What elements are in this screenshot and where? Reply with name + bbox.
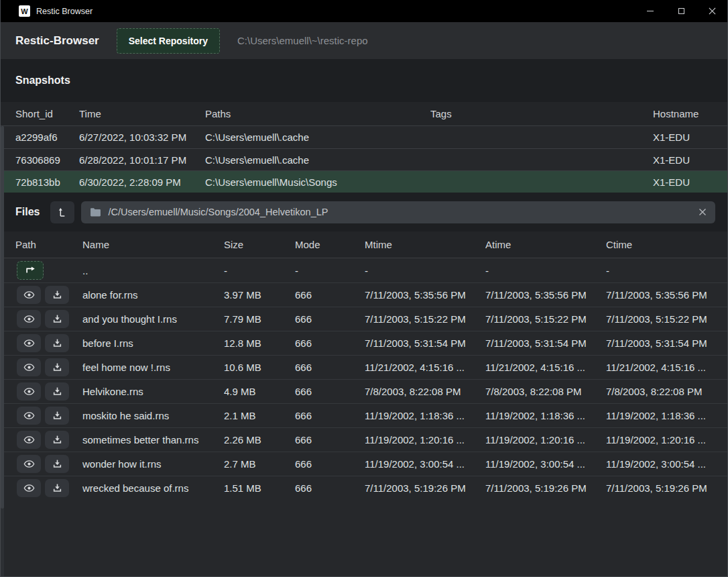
file-atime: 11/19/2002, 1:20:16 ... — [485, 434, 606, 445]
preview-file-button[interactable] — [17, 382, 41, 401]
files-table-header: Path Name Size Mode Mtime Atime Ctime — [1, 231, 727, 258]
column-path: Path — [15, 239, 82, 250]
file-mtime: 11/19/2002, 3:00:54 ... — [365, 458, 485, 470]
preview-file-button[interactable] — [17, 431, 41, 449]
snapshot-row[interactable]: 763068696/28/2022, 10:01:17 PMC:\Users\e… — [1, 148, 727, 170]
download-icon — [52, 290, 62, 300]
file-name: wrecked because of.rns — [82, 482, 224, 494]
files-section-header: Files /C/Users/emuell/Music/Songs/2004_H… — [1, 193, 727, 231]
download-file-button[interactable] — [45, 455, 69, 473]
file-mode: 666 — [295, 482, 365, 494]
file-name: wonder how it.rns — [82, 458, 224, 470]
file-mtime: 11/21/2002, 4:15:16 ... — [365, 362, 485, 373]
file-atime: 7/11/2003, 5:15:22 PM — [485, 313, 606, 325]
download-icon — [52, 314, 62, 324]
preview-file-button[interactable] — [17, 286, 41, 304]
close-button[interactable] — [696, 0, 727, 22]
file-mode: 666 — [295, 313, 365, 325]
close-icon — [709, 7, 716, 15]
file-mtime: 11/19/2002, 1:18:36 ... — [365, 410, 485, 421]
file-actions — [15, 455, 82, 473]
preview-icon — [23, 410, 35, 421]
snapshots-section-header: Snapshots — [1, 59, 727, 102]
download-file-button[interactable] — [45, 310, 69, 328]
file-atime: 11/19/2002, 1:18:36 ... — [485, 410, 606, 421]
preview-file-button[interactable] — [17, 358, 41, 376]
path-field[interactable]: /C/Users/emuell/Music/Songs/2004_Helveti… — [81, 201, 715, 223]
file-name: and you thought I.rns — [82, 313, 224, 325]
preview-file-button[interactable] — [17, 334, 41, 352]
file-row: alone for.rns3.97 MB6667/11/2003, 5:35:5… — [1, 282, 727, 307]
minimize-button[interactable] — [635, 0, 666, 22]
up-level-button[interactable] — [50, 201, 74, 223]
snapshot-paths: C:\Users\emuell\Music\Songs — [205, 176, 430, 188]
parent-dir-icon — [24, 264, 36, 276]
preview-file-button[interactable] — [17, 455, 41, 473]
download-file-button[interactable] — [45, 431, 69, 449]
file-ctime: 7/11/2003, 5:31:54 PM — [606, 337, 727, 349]
titlebar: W Restic Browser — [1, 0, 727, 22]
preview-file-button[interactable] — [17, 479, 41, 497]
preview-icon — [23, 458, 35, 470]
file-ctime: 11/19/2002, 1:20:16 ... — [606, 434, 727, 445]
column-short-id: Short_id — [15, 108, 79, 119]
snapshot-paths: C:\Users\emuell\.cache — [205, 132, 430, 143]
file-size: 2.7 MB — [224, 458, 295, 470]
file-atime: 7/11/2003, 5:19:26 PM — [485, 482, 606, 494]
snapshot-row[interactable]: 72b813bb6/30/2022, 2:28:09 PMC:\Users\em… — [1, 170, 727, 193]
file-row: before I.rns12.8 MB6667/11/2003, 5:31:54… — [1, 331, 727, 355]
scrollbar-thumb[interactable] — [1, 126, 4, 509]
file-mode: 666 — [295, 434, 365, 445]
snapshots-heading: Snapshots — [15, 74, 70, 87]
preview-file-button[interactable] — [17, 310, 41, 328]
file-atime: 7/11/2003, 5:35:56 PM — [485, 289, 606, 301]
go-parent-dir-button[interactable] — [17, 261, 44, 280]
current-path: /C/Users/emuell/Music/Songs/2004_Helveti… — [108, 207, 328, 217]
download-file-button[interactable] — [45, 334, 69, 352]
window-title: Restic Browser — [36, 7, 93, 16]
preview-icon — [23, 313, 35, 325]
file-ctime: 7/11/2003, 5:19:26 PM — [606, 482, 727, 494]
snapshot-short-id: 72b813bb — [15, 176, 79, 188]
file-size: 7.79 MB — [224, 313, 295, 325]
download-file-button[interactable] — [45, 358, 69, 376]
app-window: W Restic Browser Restic-Browser Select R… — [0, 0, 728, 577]
up-level-icon — [57, 207, 68, 217]
preview-file-button[interactable] — [17, 407, 41, 425]
download-icon — [52, 386, 62, 397]
file-atime: 7/8/2003, 8:22:08 PM — [485, 386, 606, 397]
file-atime: 11/19/2002, 3:00:54 ... — [485, 458, 606, 470]
download-file-button[interactable] — [45, 286, 69, 304]
file-size: 2.1 MB — [224, 410, 295, 421]
download-file-button[interactable] — [45, 382, 69, 401]
download-icon — [52, 459, 62, 469]
file-mode: 666 — [295, 386, 365, 397]
column-paths: Paths — [205, 108, 430, 119]
window-controls — [635, 0, 727, 22]
maximize-icon — [678, 8, 684, 14]
snapshot-row[interactable]: a2299af66/27/2022, 10:03:32 PMC:\Users\e… — [1, 126, 727, 148]
column-atime: Atime — [485, 239, 606, 250]
file-mode: 666 — [295, 337, 365, 349]
page-title: Restic-Browser — [15, 34, 99, 48]
file-actions — [15, 479, 82, 497]
preview-icon — [23, 434, 35, 445]
file-size: 3.97 MB — [224, 289, 295, 301]
file-atime: 7/11/2003, 5:31:54 PM — [485, 337, 606, 349]
maximize-button[interactable] — [666, 0, 696, 22]
download-file-button[interactable] — [45, 479, 69, 497]
file-row: and you thought I.rns7.79 MB6667/11/2003… — [1, 307, 727, 331]
file-mtime: 7/8/2003, 8:22:08 PM — [365, 386, 485, 397]
file-actions — [15, 407, 82, 425]
file-row: feel home now !.rns10.6 MB66611/21/2002,… — [1, 355, 727, 379]
file-mtime: 11/19/2002, 1:20:16 ... — [365, 434, 485, 445]
file-mtime: 7/11/2003, 5:31:54 PM — [365, 337, 485, 349]
clear-path-button[interactable] — [699, 208, 707, 216]
file-ctime: 7/11/2003, 5:35:56 PM — [606, 289, 727, 301]
file-actions — [15, 431, 82, 449]
select-repository-button[interactable]: Select Repository — [117, 28, 220, 54]
download-file-button[interactable] — [45, 407, 69, 425]
file-mode: 666 — [295, 289, 365, 301]
file-actions — [15, 334, 82, 352]
column-mode: Mode — [295, 239, 365, 250]
